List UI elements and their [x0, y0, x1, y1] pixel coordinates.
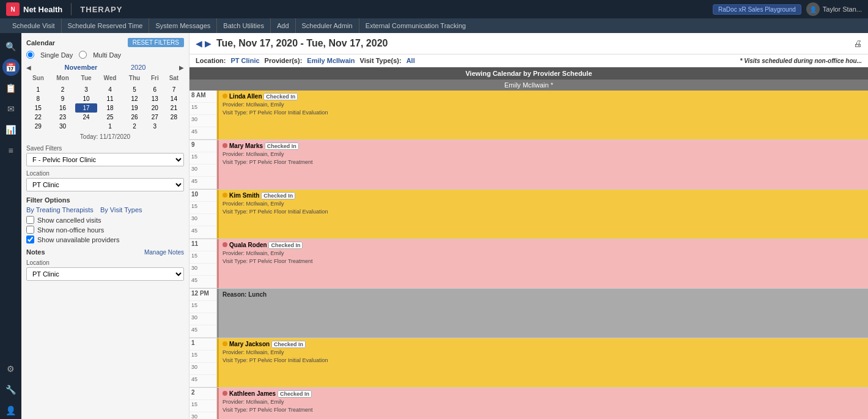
calendar-day[interactable]: 17 — [75, 103, 97, 113]
nav-external-comm[interactable]: External Communication Tracking — [359, 18, 472, 33]
provider-header: Emily McIlwain * — [189, 80, 868, 91]
notes-location-label: Location — [26, 259, 184, 266]
user-name: Taylor Stan... — [823, 6, 862, 13]
calendar-day[interactable]: 18 — [97, 103, 123, 113]
calendar-day[interactable] — [75, 122, 97, 131]
calendar-day[interactable]: 26 — [123, 113, 146, 122]
appointment-block[interactable]: Kathleen James Checked In Provider: McIl… — [217, 388, 868, 419]
time-column: 10153045 — [189, 190, 217, 239]
next-date-arrow[interactable]: ▶ — [205, 39, 211, 48]
show-cancelled-checkbox[interactable] — [26, 216, 34, 224]
calendar-day[interactable]: 24 — [75, 113, 97, 122]
calendar-day[interactable]: 1 — [97, 122, 123, 131]
time-sub-label: 30 — [189, 165, 216, 177]
logo-icon: N — [6, 2, 20, 16]
calendar-day[interactable]: 16 — [50, 103, 76, 113]
calendar-day[interactable]: 21 — [164, 103, 184, 113]
info-bar: Location: PT Clinic Provider(s): Emily M… — [189, 54, 868, 67]
nav-divider — [71, 3, 72, 15]
calendar-day[interactable]: 15 — [26, 103, 50, 113]
show-unavailable-checkbox[interactable] — [26, 235, 34, 243]
calendar-day[interactable]: 11 — [97, 94, 123, 103]
calendar-day[interactable]: 5 — [123, 85, 146, 94]
print-icon[interactable]: 🖨 — [853, 39, 862, 48]
cal-day-sun: Sun — [26, 73, 50, 83]
calendar-section-title: Calendar — [26, 39, 55, 46]
message-icon[interactable]: ✉ — [2, 100, 20, 117]
calendar-day[interactable]: 12 — [123, 94, 146, 103]
environment-badge[interactable]: RaDoc xR Sales Playground — [713, 4, 801, 15]
search-icon[interactable]: 🔍 — [2, 38, 20, 55]
calendar-day[interactable]: 3 — [75, 85, 97, 94]
multi-day-label: Multi Day — [93, 51, 121, 59]
show-unavailable-row: Show unavailable providers — [26, 235, 184, 243]
calendar-day[interactable]: 10 — [75, 94, 97, 103]
location-select[interactable]: PT Clinic — [26, 178, 184, 191]
next-month-button[interactable]: ▶ — [179, 64, 184, 71]
appointment-column: Kathleen James Checked In Provider: McIl… — [217, 388, 868, 419]
calendar-day[interactable]: 22 — [26, 113, 50, 122]
nav-batch-utilities[interactable]: Batch Utilities — [217, 18, 271, 33]
calendar-day[interactable]: 25 — [97, 113, 123, 122]
non-office-note: * Visits scheduled during non-office hou… — [740, 57, 862, 64]
calendar-grid: Sun Mon Tue Wed Thu Fri Sat 123456789101… — [26, 73, 184, 131]
nav-schedule-reserved[interactable]: Schedule Reserved Time — [62, 18, 150, 33]
calendar-day[interactable]: 27 — [146, 113, 164, 122]
appointment-block[interactable]: Kim Smith Checked In Provider: McIlwain,… — [217, 190, 868, 239]
by-visit-types-link[interactable]: By Visit Types — [100, 206, 142, 213]
calendar-day[interactable]: 20 — [146, 103, 164, 113]
time-sub-label: 15 — [189, 152, 216, 165]
prev-date-arrow[interactable]: ◀ — [196, 39, 202, 48]
calendar-day[interactable]: 29 — [26, 122, 50, 131]
chart-icon[interactable]: 📊 — [2, 121, 20, 138]
filter-options-title: Filter Options — [26, 196, 184, 204]
prev-month-button[interactable]: ◀ — [26, 64, 31, 71]
tool-icon[interactable]: 🔧 — [2, 381, 20, 398]
calendar-day[interactable]: 28 — [164, 113, 184, 122]
calendar-day[interactable]: 13 — [146, 94, 164, 103]
calendar-day[interactable]: 6 — [146, 85, 164, 94]
calendar-day[interactable]: 2 — [50, 85, 76, 94]
calendar-day[interactable]: 8 — [26, 94, 50, 103]
saved-filters-select[interactable]: F - Pelvic Floor Clinic — [26, 153, 184, 166]
clipboard-icon[interactable]: 📋 — [2, 80, 20, 97]
by-treating-therapists-link[interactable]: By Treating Therapists — [26, 206, 94, 213]
nav-add[interactable]: Add — [271, 18, 296, 33]
user-avatar: 👤 — [806, 2, 820, 16]
manage-notes-link[interactable]: Manage Notes — [144, 249, 184, 256]
calendar-day[interactable]: 4 — [97, 85, 123, 94]
calendar-icon[interactable]: 📅 — [2, 59, 20, 76]
settings-icon[interactable]: ⚙ — [2, 360, 20, 377]
appointment-block[interactable]: Mary Marks Checked In Provider: McIlwain… — [217, 140, 868, 189]
calendar-day[interactable]: 23 — [50, 113, 76, 122]
time-sub-label: 45 — [189, 127, 216, 139]
nav-schedule-visit[interactable]: Schedule Visit — [6, 18, 62, 33]
nav-scheduler-admin[interactable]: Scheduler Admin — [296, 18, 359, 33]
appointment-column: Quala Roden Checked In Provider: McIlwai… — [217, 239, 868, 288]
time-sub-label: 15 — [189, 350, 216, 363]
calendar-day[interactable]: 2 — [123, 122, 146, 131]
reset-filters-button[interactable]: RESET FILTERS — [128, 38, 184, 47]
appointment-block[interactable]: Quala Roden Checked In Provider: McIlwai… — [217, 239, 868, 288]
user-icon[interactable]: 👤 — [2, 402, 20, 419]
show-non-office-checkbox[interactable] — [26, 226, 34, 234]
time-sub-label: 45 — [189, 276, 216, 288]
multi-day-radio[interactable] — [79, 51, 87, 59]
nav-system-messages[interactable]: System Messages — [149, 18, 217, 33]
calendar-day[interactable]: 30 — [50, 122, 76, 131]
calendar-day[interactable]: 7 — [164, 85, 184, 94]
single-day-radio[interactable] — [26, 51, 34, 59]
appointment-block[interactable]: Mary Jackson Checked In Provider: McIlwa… — [217, 338, 868, 387]
secondary-nav: Schedule Visit Schedule Reserved Time Sy… — [0, 18, 868, 33]
calendar-day[interactable]: 3 — [146, 122, 164, 131]
list-icon[interactable]: ≡ — [2, 142, 20, 159]
calendar-day[interactable]: 19 — [123, 103, 146, 113]
calendar-day[interactable]: 9 — [50, 94, 76, 103]
notes-location-select[interactable]: PT Clinic — [26, 267, 184, 281]
calendar-day[interactable]: 14 — [164, 94, 184, 103]
calendar-day[interactable]: 1 — [26, 85, 50, 94]
time-column: 2153045 — [189, 388, 217, 419]
appointment-block[interactable]: Reason: Lunch — [217, 289, 868, 338]
calendar-day[interactable] — [164, 122, 184, 131]
appointment-block[interactable]: Linda Allen Checked In Provider: McIlwai… — [217, 91, 868, 139]
